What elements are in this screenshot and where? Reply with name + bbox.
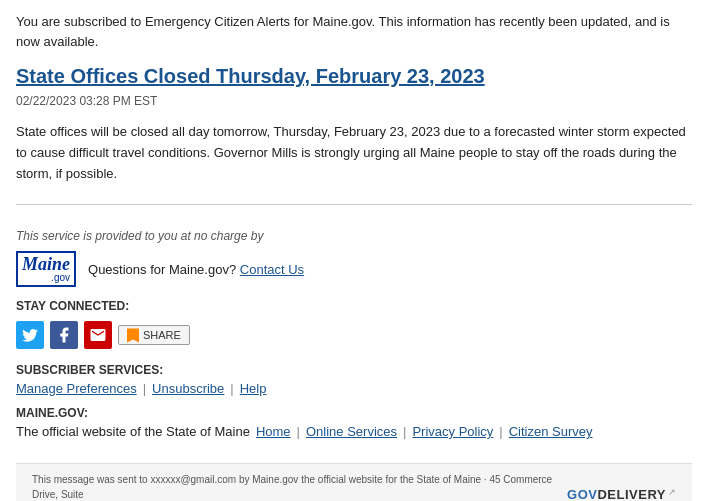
contact-us-link[interactable]: Contact Us [240,262,304,277]
govdelivery-brand: GOVDELIVERY [567,487,666,501]
home-link[interactable]: Home [256,424,291,439]
social-icons-row: SHARE [16,321,692,349]
manage-preferences-link[interactable]: Manage Preferences [16,381,137,396]
article-headline-link[interactable]: State Offices Closed Thursday, February … [16,65,692,88]
privacy-policy-link[interactable]: Privacy Policy [412,424,493,439]
logo-gov-text: .gov [22,273,70,283]
service-provided-label: This service is provided to you at no ch… [16,229,692,243]
unsubscribe-link[interactable]: Unsubscribe [152,381,224,396]
service-section: This service is provided to you at no ch… [16,221,692,447]
citizen-survey-link[interactable]: Citizen Survey [509,424,593,439]
facebook-icon[interactable] [50,321,78,349]
section-divider [16,204,692,205]
article-date: 02/22/2023 03:28 PM EST [16,94,692,108]
subscriber-services-label: SUBSCRIBER SERVICES: [16,363,692,377]
stay-connected-label: STAY CONNECTED: [16,299,692,313]
share-label: SHARE [143,329,181,341]
share-button[interactable]: SHARE [118,325,190,345]
logo-maine-text: Maine [22,255,70,273]
article-body: State offices will be closed all day tom… [16,122,692,184]
help-link[interactable]: Help [240,381,267,396]
email-forward-icon[interactable] [84,321,112,349]
external-link-icon: ↗ [668,487,676,497]
bookmark-icon [127,328,139,342]
maine-logo: Maine .gov [16,251,76,287]
govdelivery-logo: GOVDELIVERY ↗ [567,487,676,501]
maine-gov-links: The official website of the State of Mai… [16,424,692,439]
maine-logo-row: Maine .gov Questions for Maine.gov? Cont… [16,251,692,287]
online-services-link[interactable]: Online Services [306,424,397,439]
twitter-icon[interactable] [16,321,44,349]
maine-gov-description: The official website of the State of Mai… [16,424,250,439]
govdelivery-text: GOVDELIVERY [567,487,666,501]
footer-text: This message was sent to xxxxxx@gmail.co… [32,472,567,501]
intro-text: You are subscribed to Emergency Citizen … [16,12,692,51]
maine-gov-label: MAINE.GOV: [16,406,692,420]
footer-bar: This message was sent to xxxxxx@gmail.co… [16,463,692,501]
subscriber-links: Manage Preferences | Unsubscribe | Help [16,381,692,396]
questions-label: Questions for Maine.gov? Contact Us [88,262,304,277]
